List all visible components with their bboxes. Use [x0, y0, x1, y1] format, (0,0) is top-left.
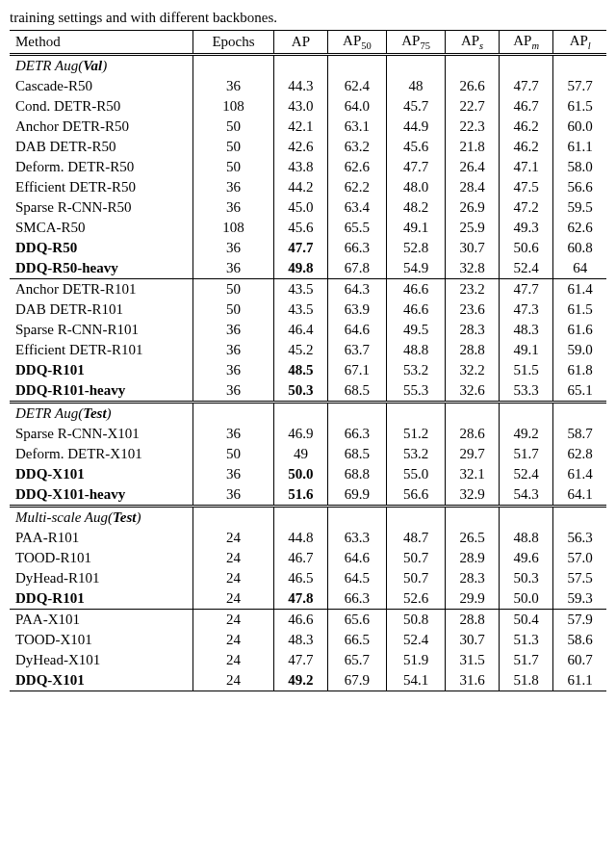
method-cell: Anchor DETR-R101	[10, 279, 193, 300]
method-cell: Sparse R-CNN-R50	[10, 197, 193, 218]
section-header: DETR Aug(Val)	[10, 55, 606, 77]
method-cell: Sparse R-CNN-X101	[10, 424, 193, 444]
method-cell: Deform. DETR-X101	[10, 444, 193, 464]
table-row: Sparse R-CNN-R503645.063.448.226.947.259…	[10, 197, 606, 218]
method-cell: DAB DETR-R50	[10, 137, 193, 157]
method-cell: DDQ-R50	[10, 238, 193, 258]
table-row: Deform. DETR-X101504968.553.229.751.762.…	[10, 444, 606, 464]
table-row: DDQ-X101-heavy3651.669.956.632.954.364.1	[10, 484, 606, 507]
method-cell: Deform. DETR-R50	[10, 157, 193, 177]
method-cell: DDQ-X101-heavy	[10, 484, 193, 507]
caption-text: training settings and with different bac…	[10, 10, 606, 30]
section-header: DETR Aug(Test)	[10, 403, 606, 425]
table-row: PAA-R1012444.863.348.726.548.856.3	[10, 528, 606, 548]
section-header: Multi-scale Aug(Test)	[10, 507, 606, 529]
table-row: DyHead-X1012447.765.751.931.551.760.7	[10, 650, 606, 670]
method-cell: DyHead-X101	[10, 650, 193, 670]
method-cell: DDQ-R101	[10, 588, 193, 610]
table-row: Anchor DETR-R505042.163.144.922.346.260.…	[10, 117, 606, 137]
method-cell: SMCA-R50	[10, 218, 193, 238]
table-row: DAB DETR-R1015043.563.946.623.647.361.5	[10, 300, 606, 320]
table-row: TOOD-X1012448.366.552.430.751.358.6	[10, 630, 606, 650]
method-cell: DDQ-X101	[10, 464, 193, 484]
method-cell: Efficient DETR-R101	[10, 340, 193, 360]
method-cell: TOOD-X101	[10, 630, 193, 650]
table-row: DDQ-R1013648.567.153.232.251.561.8	[10, 360, 606, 380]
method-cell: DAB DETR-R101	[10, 300, 193, 320]
method-cell: Cond. DETR-R50	[10, 96, 193, 117]
table-row: Deform. DETR-R505043.862.647.726.447.158…	[10, 157, 606, 177]
method-cell: DDQ-R101-heavy	[10, 380, 193, 403]
table-row: DDQ-X1013650.068.855.032.152.461.4	[10, 464, 606, 484]
table-row: TOOD-R1012446.764.650.728.949.657.0	[10, 548, 606, 568]
table-row: DDQ-R50-heavy3649.867.854.932.852.464	[10, 258, 606, 279]
table-row: Efficient DETR-R503644.262.248.028.447.5…	[10, 177, 606, 197]
table-row: DDQ-R101-heavy3650.368.555.332.653.365.1	[10, 380, 606, 403]
results-table: MethodEpochsAPAP50AP75APsAPmAPlDETR Aug(…	[10, 30, 606, 691]
method-cell: DDQ-X101	[10, 670, 193, 691]
table-header: MethodEpochsAPAP50AP75APsAPmAPl	[10, 31, 606, 55]
table-row: Anchor DETR-R1015043.564.346.623.247.761…	[10, 279, 606, 300]
table-row: DAB DETR-R505042.663.245.621.846.261.1	[10, 137, 606, 157]
table-row: DDQ-X1012449.267.954.131.651.861.1	[10, 670, 606, 691]
table-row: Sparse R-CNN-R1013646.464.649.528.348.36…	[10, 320, 606, 340]
table-row: DyHead-R1012446.564.550.728.350.357.5	[10, 568, 606, 588]
table-row: Cond. DETR-R5010843.064.045.722.746.761.…	[10, 96, 606, 117]
method-cell: Anchor DETR-R50	[10, 117, 193, 137]
method-cell: PAA-R101	[10, 528, 193, 548]
table-row: Cascade-R503644.362.44826.647.757.7	[10, 76, 606, 96]
method-cell: DyHead-R101	[10, 568, 193, 588]
method-cell: Efficient DETR-R50	[10, 177, 193, 197]
table-row: Sparse R-CNN-X1013646.966.351.228.649.25…	[10, 424, 606, 444]
table-row: DDQ-R1012447.866.352.629.950.059.3	[10, 588, 606, 610]
method-cell: DDQ-R50-heavy	[10, 258, 193, 279]
table-row: DDQ-R503647.766.352.830.750.660.8	[10, 238, 606, 258]
table-row: Efficient DETR-R1013645.263.748.828.849.…	[10, 340, 606, 360]
table-row: PAA-X1012446.665.650.828.850.457.9	[10, 610, 606, 631]
method-cell: Sparse R-CNN-R101	[10, 320, 193, 340]
method-cell: TOOD-R101	[10, 548, 193, 568]
method-cell: PAA-X101	[10, 610, 193, 631]
method-cell: Cascade-R50	[10, 76, 193, 96]
table-row: SMCA-R5010845.665.549.125.949.362.6	[10, 218, 606, 238]
method-cell: DDQ-R101	[10, 360, 193, 380]
